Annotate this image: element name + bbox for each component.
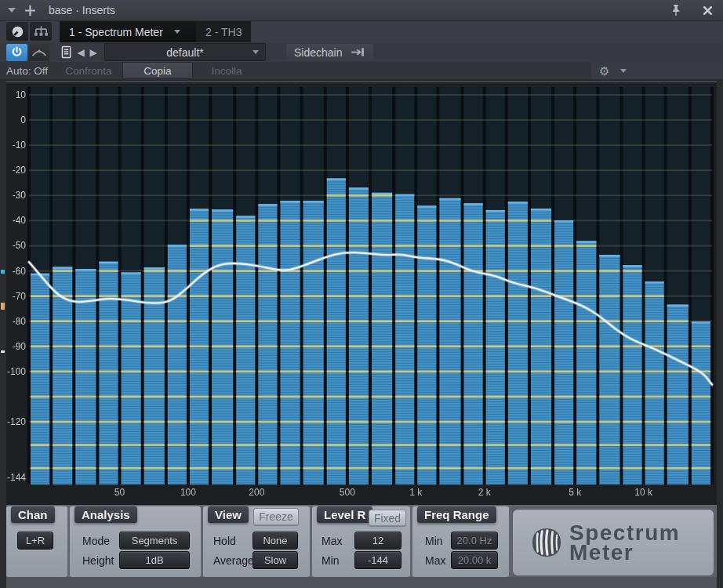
pin-icon[interactable]: [668, 2, 684, 18]
preset-file-icon: [61, 45, 71, 59]
height-select-button[interactable]: 1dB: [119, 551, 190, 569]
sidechain-button[interactable]: Sidechain: [286, 44, 373, 60]
tab-th3[interactable]: 2 - TH3: [196, 21, 251, 42]
plugin-power-button[interactable]: [6, 44, 27, 61]
settings-caret-icon[interactable]: [620, 69, 627, 73]
level-max-label: Max: [322, 535, 342, 547]
channel-select-button[interactable]: L+R: [17, 532, 53, 550]
level-min-label: Min: [322, 554, 340, 567]
preset-value: default*: [166, 46, 203, 59]
level-section: Level R Fixed Max 12 Min -144: [312, 506, 410, 577]
presonus-logo-icon: [532, 528, 561, 557]
average-value: Slow: [264, 554, 286, 566]
preset-toolbar: ◀ ▶ default* Sidechain: [0, 42, 723, 62]
freq-max-value: 20.00 k: [458, 554, 492, 566]
window-title: base · Inserts: [49, 4, 115, 16]
fixed-button[interactable]: Fixed: [369, 510, 406, 526]
freq-min-label: Min: [425, 535, 443, 547]
copy-button[interactable]: Copia: [122, 62, 193, 79]
spectrum-plot-area: [6, 82, 717, 506]
tab-menu-caret-icon[interactable]: [174, 30, 180, 34]
level-max-field[interactable]: 12: [354, 532, 401, 550]
sidechain-label: Sidechain: [294, 46, 343, 59]
plugin-name-line2: Meter: [569, 543, 680, 562]
spectrum-meter-window: base · Inserts 1 - Spectrum Meter 2 - TH…: [0, 0, 723, 588]
mode-value: Segments: [132, 535, 178, 546]
edit-toolbar: Auto: Off Confronta Copia Incolla ⚙: [0, 62, 723, 79]
chan-section-title: Chan: [11, 506, 55, 523]
chan-section: Chan L+R: [6, 506, 67, 577]
average-select-button[interactable]: Slow: [253, 551, 298, 569]
power-icon: [11, 46, 23, 58]
tab-spectrum-meter-label: 1 - Spectrum Meter: [69, 26, 163, 38]
automation-arc-icon: [31, 47, 47, 57]
copy-label: Copia: [144, 65, 171, 77]
control-panel-bottom-strip: [6, 577, 717, 588]
level-min-field[interactable]: -144: [354, 551, 401, 569]
freq-max-field[interactable]: 20.00 k: [451, 551, 498, 569]
next-preset-button[interactable]: ▶: [87, 47, 100, 58]
prev-preset-button[interactable]: ◀: [74, 47, 87, 58]
analysis-section-title: Analysis: [74, 506, 137, 523]
paste-button[interactable]: Incolla: [193, 63, 260, 78]
sidechain-input-icon: [351, 47, 365, 57]
compare-label: Confronta: [65, 65, 111, 77]
tab-th3-label: 2 - TH3: [205, 26, 242, 38]
tab-spectrum-meter[interactable]: 1 - Spectrum Meter: [60, 21, 196, 42]
edge-artifact-cyan: [1, 270, 5, 274]
routing-button[interactable]: [30, 22, 52, 41]
height-label: Height: [82, 554, 114, 567]
preset-file-button[interactable]: [57, 44, 74, 61]
window-titlebar: base · Inserts: [0, 0, 723, 21]
analysis-section: Analysis Mode Segments Height 1dB: [70, 506, 201, 577]
freeze-label: Freeze: [259, 510, 293, 523]
level-min-value: -144: [368, 554, 388, 566]
freq-min-value: 20.0 Hz: [457, 535, 492, 546]
window-menu-caret-icon[interactable]: [8, 8, 16, 13]
freq-range-section: Freq Range Min 20.0 Hz Max 20.00 k: [412, 506, 509, 577]
gear-icon[interactable]: ⚙: [599, 65, 609, 77]
editor-knob-button[interactable]: [6, 22, 28, 41]
view-section: View Freeze Hold None Average Slow: [203, 506, 310, 577]
automation-button[interactable]: [28, 44, 49, 61]
fixed-label: Fixed: [374, 512, 401, 524]
plugin-name: Spectrum Meter: [569, 523, 680, 562]
level-max-value: 12: [372, 535, 383, 546]
hold-label: Hold: [213, 535, 236, 547]
control-panel: Chan L+R Analysis Mode Segments Height 1…: [0, 505, 723, 588]
preset-select[interactable]: default*: [104, 43, 266, 61]
compare-button[interactable]: Confronta: [55, 63, 122, 78]
branding-section: Spectrum Meter: [511, 506, 717, 577]
close-icon[interactable]: [699, 2, 715, 18]
preset-caret-icon: [253, 50, 259, 54]
add-insert-icon[interactable]: [22, 2, 38, 18]
height-value: 1dB: [145, 554, 163, 566]
hold-value: None: [263, 535, 287, 546]
hold-select-button[interactable]: None: [253, 532, 298, 550]
freq-max-label: Max: [425, 554, 445, 567]
knob-icon: [11, 25, 24, 38]
freq-min-field[interactable]: 20.0 Hz: [451, 532, 498, 550]
edge-artifact-white: [1, 350, 5, 353]
routing-icon: [34, 25, 49, 38]
branding-card: Spectrum Meter: [513, 510, 714, 575]
freq-range-section-title: Freq Range: [417, 506, 496, 523]
view-section-title: View: [208, 506, 249, 523]
freeze-button[interactable]: Freeze: [253, 508, 299, 525]
level-section-title: Level R: [317, 506, 372, 523]
average-label: Average: [213, 554, 254, 567]
settings-segment: ⚙: [591, 62, 723, 79]
spectrum-display: [6, 82, 717, 506]
channel-select-label: L+R: [26, 535, 45, 546]
mode-label: Mode: [82, 535, 110, 547]
insert-tab-row: 1 - Spectrum Meter 2 - TH3: [0, 21, 723, 42]
edge-artifact-orange: [1, 303, 5, 310]
mode-select-button[interactable]: Segments: [119, 532, 190, 550]
paste-label: Incolla: [211, 65, 242, 77]
auto-mode-control[interactable]: Auto: Off: [6, 65, 55, 77]
